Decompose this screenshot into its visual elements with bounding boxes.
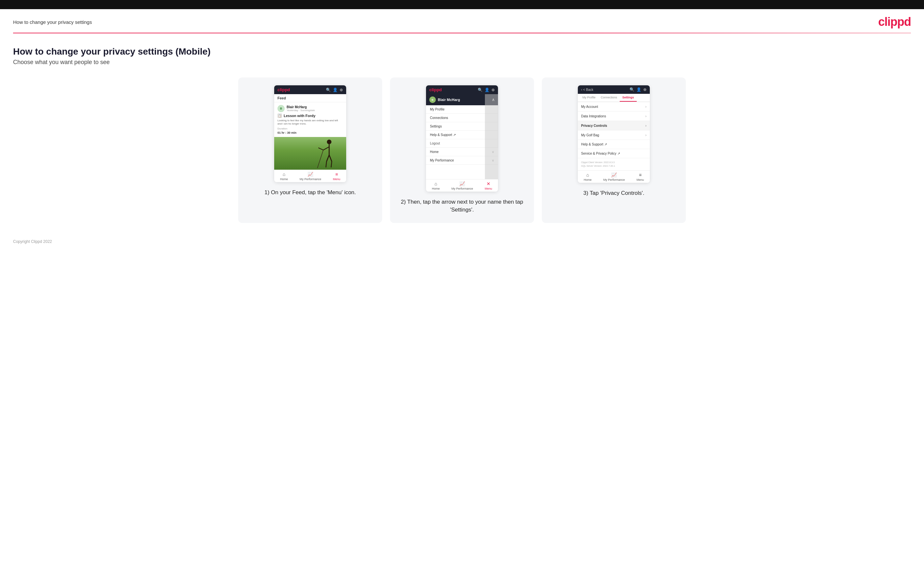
search-icon: 🔍 [478, 88, 483, 92]
feed-post: B Blair McHarg Yesterday · Sunningdale 📋… [274, 102, 346, 137]
step3-back[interactable]: ‹ < Back [581, 88, 593, 92]
close-icon: ✕ [486, 181, 491, 186]
step2-menu-overlay: B Blair McHarg ∧ My Profile Connections … [426, 94, 498, 179]
feed-post-header: B Blair McHarg Yesterday · Sunningdale [278, 105, 343, 112]
feed-post-meta: Blair McHarg Yesterday · Sunningdale [287, 105, 315, 112]
step1-nav-menu[interactable]: ≡ Menu [333, 172, 341, 181]
settings-service-privacy[interactable]: Service & Privacy Policy ↗ [578, 149, 650, 158]
step1-nav-performance: 📈 My Performance [300, 172, 321, 181]
step-2-card: clippd 🔍 👤 ⊕ B Blair McHarg [390, 77, 534, 223]
steps-row: clippd 🔍 👤 ⊕ Feed B Blair McHarg [13, 77, 911, 223]
step2-topbar: clippd 🔍 👤 ⊕ [426, 85, 498, 94]
settings-my-golf-bag[interactable]: My Golf Bag › [578, 131, 650, 140]
svg-line-2 [323, 147, 329, 150]
step2-blur-panel [485, 94, 498, 179]
step1-nav-home: ⌂ Home [280, 172, 288, 181]
svg-line-4 [326, 155, 329, 161]
step1-icons: 🔍 👤 ⊕ [326, 88, 343, 92]
step-3-card: ‹ < Back 🔍 👤 ⊕ My Profile Connections Se… [542, 77, 686, 223]
step3-nav-menu[interactable]: ≡ Menu [637, 172, 644, 181]
step1-topbar: clippd 🔍 👤 ⊕ [274, 85, 346, 94]
person-icon: 👤 [485, 88, 489, 92]
step3-tabs: My Profile Connections Settings [578, 94, 650, 102]
header-title: How to change your privacy settings [13, 19, 92, 25]
privacy-controls-chevron: › [645, 124, 646, 127]
step-3-caption: 3) Tap 'Privacy Controls'. [583, 189, 645, 197]
svg-line-5 [329, 155, 332, 161]
settings-data-integrations[interactable]: Data Integrations › [578, 111, 650, 121]
feed-label: Feed [274, 94, 346, 102]
page-subheading: Choose what you want people to see [13, 59, 911, 66]
step1-bottombar: ⌂ Home 📈 My Performance ≡ Menu [274, 170, 346, 182]
main-content: How to change your privacy settings (Mob… [0, 33, 924, 229]
step-1-card: clippd 🔍 👤 ⊕ Feed B Blair McHarg [238, 77, 382, 223]
svg-line-7 [331, 161, 332, 168]
menu-icon: ≡ [335, 172, 338, 177]
step2-user-left: B Blair McHarg [429, 97, 460, 103]
step3-nav-home: ⌂ Home [584, 172, 591, 181]
lesson-icon: 📋 [278, 113, 282, 118]
person-icon: 👤 [333, 88, 338, 92]
tab-settings[interactable]: Settings [620, 94, 637, 102]
step-2-phone: clippd 🔍 👤 ⊕ B Blair McHarg [426, 85, 498, 192]
feed-post-date: Yesterday · Sunningdale [287, 109, 315, 112]
step3-settings-list: My Account › Data Integrations › Privacy… [578, 102, 650, 158]
step3-version: Clippd Client Version: 2022.8.3-3 GQL Se… [578, 158, 650, 170]
home-icon: ⌂ [283, 172, 285, 177]
step2-user-avatar: B [429, 97, 436, 103]
tab-myprofile[interactable]: My Profile [580, 94, 598, 102]
svg-point-0 [327, 140, 331, 144]
step-1-caption: 1) On your Feed, tap the 'Menu' icon. [264, 189, 356, 197]
step3-icons: 🔍 👤 ⊕ [630, 87, 646, 92]
chart-icon: 📈 [459, 181, 465, 186]
feed-duration-val: 01 hr : 30 min [278, 131, 343, 134]
settings-help-support[interactable]: Help & Support ↗ [578, 140, 650, 149]
search-icon: 🔍 [630, 87, 635, 92]
step3-bottombar: ⌂ Home 📈 My Performance ≡ Menu [578, 170, 650, 183]
step3-topbar: ‹ < Back 🔍 👤 ⊕ [578, 85, 650, 94]
top-bar [0, 0, 924, 9]
feed-post-title: 📋 Lesson with Fordy [278, 113, 343, 118]
circle-icon: ⊕ [643, 87, 646, 92]
chart-icon: 📈 [611, 172, 617, 177]
step-2-caption: 2) Then, tap the arrow next to your name… [398, 198, 526, 214]
golfer-illustration [317, 139, 336, 170]
golf-bag-chevron: › [645, 133, 646, 137]
home-icon: ⌂ [586, 172, 589, 177]
step2-nav-home: ⌂ Home [432, 181, 440, 190]
feed-duration-label: Duration [278, 127, 343, 130]
circle-icon: ⊕ [491, 88, 495, 92]
tab-connections[interactable]: Connections [598, 94, 620, 102]
home-icon: ⌂ [435, 181, 437, 186]
logo: clippd [878, 15, 911, 29]
menu-icon: ≡ [639, 172, 641, 177]
step-1-phone: clippd 🔍 👤 ⊕ Feed B Blair McHarg [274, 85, 346, 182]
step2-nav-close[interactable]: ✕ Menu [485, 181, 493, 190]
copyright: Copyright Clippd 2022 [13, 239, 52, 244]
circle-icon: ⊕ [340, 88, 343, 92]
svg-line-8 [317, 150, 323, 168]
svg-line-6 [326, 161, 326, 168]
step2-bottombar: ⌂ Home 📈 My Performance ✕ Menu [426, 179, 498, 192]
step2-user-name: Blair McHarg [438, 98, 460, 102]
step2-nav-performance: 📈 My Performance [452, 181, 473, 190]
settings-my-account[interactable]: My Account › [578, 102, 650, 111]
settings-privacy-controls[interactable]: Privacy Controls › [578, 121, 650, 131]
footer: Copyright Clippd 2022 [0, 229, 924, 250]
chart-icon: 📈 [308, 172, 313, 177]
person-icon: 👤 [636, 87, 641, 92]
golf-image [274, 137, 346, 170]
step2-logo: clippd [429, 87, 442, 92]
feed-avatar: B [278, 105, 285, 112]
back-chevron-icon: ‹ [581, 88, 582, 92]
data-integrations-chevron: › [645, 114, 646, 118]
header: How to change your privacy settings clip… [0, 9, 924, 33]
step1-logo: clippd [278, 87, 290, 92]
feed-post-name: Blair McHarg [287, 105, 315, 109]
step2-icons: 🔍 👤 ⊕ [478, 88, 495, 92]
page-heading: How to change your privacy settings (Mob… [13, 47, 911, 57]
svg-line-3 [318, 148, 323, 150]
step-3-phone: ‹ < Back 🔍 👤 ⊕ My Profile Connections Se… [578, 85, 650, 183]
step3-nav-performance: 📈 My Performance [603, 172, 625, 181]
feed-post-text: Looking to feel like my hands are exitin… [278, 119, 343, 126]
